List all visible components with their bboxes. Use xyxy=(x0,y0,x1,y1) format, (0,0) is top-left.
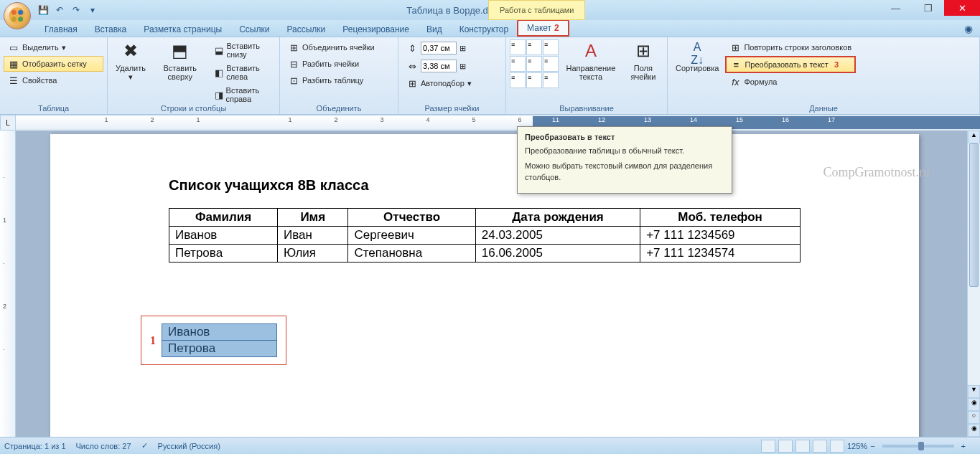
group-label-merge: Объединить xyxy=(280,104,398,113)
split-table-button[interactable]: ⊡Разбить таблицу xyxy=(284,72,394,88)
status-words[interactable]: Число слов: 27 xyxy=(76,442,131,450)
sort-icon: AZ↓ xyxy=(686,41,709,64)
scroll-down-icon[interactable]: ▼ xyxy=(968,385,980,398)
vertical-ruler[interactable]: · 1 · 2 · xyxy=(0,131,16,437)
tab-page-layout[interactable]: Разметка страницы xyxy=(135,22,230,37)
align-ml[interactable]: ≡ xyxy=(510,56,526,72)
insert-left-button[interactable]: ◧Вставить слева xyxy=(210,62,276,83)
insert-above-button[interactable]: ⬒Вставить сверху xyxy=(152,39,208,112)
view-draft[interactable] xyxy=(830,440,844,453)
status-proofing[interactable]: ✓ xyxy=(141,441,148,450)
tooltip-convert: Преобразовать в текст Преобразование таб… xyxy=(517,126,732,194)
group-merge: ⊞Объединить ячейки ⊟Разбить ячейки ⊡Разб… xyxy=(280,37,398,114)
alignment-grid: ≡≡≡ ≡≡≡ ≡≡≡ xyxy=(510,39,559,112)
scroll-thumb[interactable] xyxy=(969,143,979,287)
tab-insert[interactable]: Вставка xyxy=(86,22,136,37)
table-row[interactable]: ИвановИванСергеевич24.03.2005+7 111 1234… xyxy=(169,227,801,245)
properties-button[interactable]: ☰Свойства xyxy=(4,72,103,88)
table-row[interactable]: ПетроваЮлияСтепановна16.06.2005+7 111 12… xyxy=(169,245,801,263)
align-mc[interactable]: ≡ xyxy=(526,56,542,72)
insert-below-button[interactable]: ⬓Вставить снизу xyxy=(210,39,276,61)
group-label-table: Таблица xyxy=(0,104,107,113)
row-height-input[interactable]: ⇕ ⊞ xyxy=(402,39,502,57)
repeat-header-button[interactable]: ⊞Повторить строки заголовков xyxy=(725,39,856,55)
ruler-corner[interactable]: L xyxy=(0,115,16,131)
col-width-input[interactable]: ⇔ ⊞ xyxy=(402,57,502,75)
close-button[interactable]: ✕ xyxy=(944,0,980,16)
status-language[interactable]: Русский (Россия) xyxy=(158,442,220,450)
align-bc[interactable]: ≡ xyxy=(526,72,542,88)
redo-icon[interactable]: ↷ xyxy=(69,3,83,17)
status-page[interactable]: Страница: 1 из 1 xyxy=(4,442,66,450)
props-icon: ☰ xyxy=(8,75,19,86)
convert-to-text-button[interactable]: ≡Преобразовать в текст3 xyxy=(725,56,856,73)
ruler: L 12112345678 11121314151617 xyxy=(0,115,980,131)
gridlines-button[interactable]: ▦Отобразить сетку xyxy=(4,56,103,72)
browse-icon[interactable]: ○ xyxy=(968,411,980,424)
selected-cell[interactable]: Петрова xyxy=(162,341,277,357)
text-direction-button[interactable]: AНаправление текста xyxy=(561,39,621,112)
sort-button[interactable]: AZ↓Сортировка xyxy=(671,39,723,112)
align-tc[interactable]: ≡ xyxy=(526,39,542,55)
align-mr[interactable]: ≡ xyxy=(543,56,559,72)
students-table[interactable]: ФамилияИмяОтчествоДата рожденияМоб. теле… xyxy=(169,208,801,263)
title-bar: 💾 ↶ ↷ ▾ Таблица в Ворде.docx - Microsoft… xyxy=(0,0,980,20)
table-header[interactable]: Отчество xyxy=(348,209,475,227)
maximize-button[interactable]: ❐ xyxy=(912,0,944,16)
tab-mailings[interactable]: Рассылки xyxy=(278,22,334,37)
tooltip-line1: Преобразование таблицы в обычный текст. xyxy=(525,146,724,156)
vertical-scrollbar[interactable]: ▲ ▼ ◉ ○ ◉ xyxy=(967,131,980,437)
group-table: ▭Выделить ▾ ▦Отобразить сетку ☰Свойства … xyxy=(0,37,108,114)
tab-review[interactable]: Рецензирование xyxy=(334,22,418,37)
document-page[interactable]: Список учащихся 8В класса ФамилияИмяОтче… xyxy=(50,134,919,437)
table-header[interactable]: Дата рождения xyxy=(475,209,640,227)
select-button[interactable]: ▭Выделить ▾ xyxy=(4,39,103,55)
view-full-screen[interactable] xyxy=(778,440,793,453)
help-icon[interactable]: ◉ xyxy=(964,23,973,34)
qat-more-icon[interactable]: ▾ xyxy=(85,3,100,17)
selected-cell[interactable]: Иванов xyxy=(162,324,277,341)
tab-view[interactable]: Вид xyxy=(418,22,451,37)
selected-cells[interactable]: ИвановПетрова xyxy=(162,323,277,357)
view-print-layout[interactable] xyxy=(761,440,775,453)
cell-margins-button[interactable]: ⊞Поля ячейки xyxy=(623,39,663,112)
align-br[interactable]: ≡ xyxy=(543,72,559,88)
repeat-icon: ⊞ xyxy=(729,42,741,53)
table-header[interactable]: Моб. телефон xyxy=(640,209,801,227)
formula-button[interactable]: fxФормула xyxy=(725,74,856,90)
minimize-button[interactable]: — xyxy=(879,0,912,16)
office-button[interactable] xyxy=(4,2,31,29)
table-header[interactable]: Фамилия xyxy=(169,209,278,227)
tab-layout[interactable]: Макет2 xyxy=(517,19,569,37)
tab-references[interactable]: Ссылки xyxy=(230,22,278,37)
align-bl[interactable]: ≡ xyxy=(510,72,526,88)
selection-highlight: 1 ИвановПетрова xyxy=(141,316,286,365)
prev-page-icon[interactable]: ◉ xyxy=(968,398,980,411)
tab-design[interactable]: Конструктор xyxy=(451,22,517,37)
zoom-out-icon[interactable]: − xyxy=(870,442,874,450)
table-header[interactable]: Имя xyxy=(278,209,348,227)
group-label-align: Выравнивание xyxy=(506,104,667,113)
insert-right-button[interactable]: ◨Вставить справа xyxy=(210,84,276,105)
split-cells-button[interactable]: ⊟Разбить ячейки xyxy=(284,56,394,72)
save-icon[interactable]: 💾 xyxy=(36,3,50,17)
view-web[interactable] xyxy=(795,440,810,453)
insert-above-icon: ⬒ xyxy=(169,41,192,64)
zoom-slider[interactable] xyxy=(882,445,954,448)
direction-icon: A xyxy=(579,41,602,64)
tab-home[interactable]: Главная xyxy=(36,22,86,37)
view-outline[interactable] xyxy=(813,440,827,453)
horizontal-ruler[interactable]: 12112345678 11121314151617 xyxy=(16,116,980,129)
align-tl[interactable]: ≡ xyxy=(510,39,526,55)
merge-cells-button[interactable]: ⊞Объединить ячейки xyxy=(284,39,394,55)
undo-icon[interactable]: ↶ xyxy=(52,3,67,17)
insert-right-icon: ◨ xyxy=(215,89,223,100)
scroll-up-icon[interactable]: ▲ xyxy=(968,131,980,143)
next-page-icon[interactable]: ◉ xyxy=(968,424,980,437)
autofit-button[interactable]: ⊞Автоподбор ▾ xyxy=(402,75,502,91)
zoom-in-icon[interactable]: + xyxy=(961,442,966,450)
group-data: AZ↓Сортировка ⊞Повторить строки заголовк… xyxy=(668,37,980,114)
align-tr[interactable]: ≡ xyxy=(543,39,559,55)
zoom-level[interactable]: 125% xyxy=(847,442,867,450)
delete-button[interactable]: ✖Удалить▾ xyxy=(111,39,150,112)
